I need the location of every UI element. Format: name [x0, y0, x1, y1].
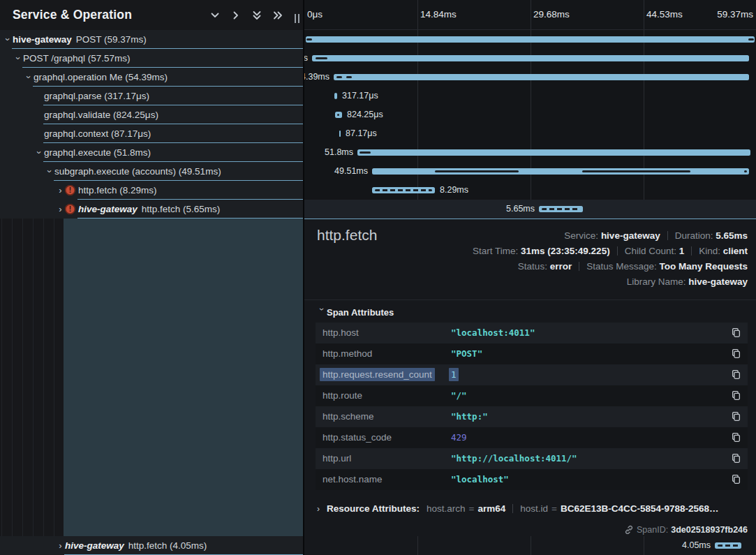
span-row-label: graphql.context (87.17μs) [44, 124, 151, 143]
chevrons-down-icon[interactable] [251, 10, 262, 21]
meta-label: Service: [564, 230, 601, 241]
span-duration-bar[interactable] [334, 74, 749, 80]
span-tree-row[interactable]: ›hive-gatewayhttp.fetch (4.05ms) [0, 536, 303, 555]
meta-value: hive-gateway [688, 276, 748, 287]
meta-value: 1 [679, 246, 685, 256]
attribute-row: net.host.name"localhost" [316, 469, 748, 490]
duration-label: 4.05ms [682, 536, 711, 555]
attribute-row: http.method"POST" [316, 343, 748, 364]
span-tree-row[interactable]: ›!http.fetch (8.29ms) [0, 181, 303, 200]
link-icon[interactable] [624, 525, 634, 535]
panel-resize-handle[interactable] [295, 14, 299, 23]
span-duration-bar[interactable] [372, 187, 435, 193]
resource-attributes-title: Resource Attributes: [327, 503, 420, 514]
span-duration-bar[interactable] [357, 149, 750, 156]
span-tree-row[interactable]: graphql.validate (824.25μs) [0, 105, 303, 124]
attribute-value: "http:" [451, 406, 488, 427]
span-tree-row[interactable]: graphql.context (87.17μs) [0, 124, 303, 143]
self-time-mark [360, 151, 371, 154]
copy-icon[interactable] [731, 327, 742, 339]
copy-icon[interactable] [731, 474, 742, 485]
tree-header: Service & Operation [0, 0, 303, 30]
span-tree-row[interactable]: ›!hive-gatewayhttp.fetch (5.65ms) [0, 200, 303, 219]
span-meta: Service: hive-gatewayDuration: 5.65msSta… [473, 228, 748, 290]
span-row-label: POST /graphql (57.57ms) [23, 49, 131, 68]
selected-span-expanded-area [64, 219, 303, 536]
copy-icon[interactable] [731, 390, 742, 401]
attribute-key: http.status_code [323, 427, 392, 448]
copy-icon[interactable] [731, 369, 742, 380]
span-attributes-title: Span Attributes [327, 307, 394, 318]
span-duration-bar[interactable] [715, 542, 741, 549]
timeline-header: 0μs14.84ms29.68ms44.53ms59.37ms [304, 0, 756, 30]
copy-icon[interactable] [731, 453, 742, 464]
self-time-mark [336, 76, 342, 78]
span-tree-row[interactable]: graphql.parse (317.17μs) [0, 87, 303, 105]
self-time-dashes [718, 545, 739, 547]
self-time-mark [346, 76, 352, 78]
duration-label: 51.8ms [325, 143, 353, 162]
span-attributes-toggle[interactable]: ›Span Attributes [317, 307, 394, 318]
span-row-label: graphql.validate (824.25μs) [44, 105, 158, 124]
timeline-gridline [644, 0, 644, 29]
error-icon: ! [65, 204, 75, 214]
span-duration-bar[interactable] [339, 131, 341, 137]
timeline-span-row: 57.57ms [304, 49, 756, 68]
span-tree-row[interactable]: ›graphql.execute (51.8ms) [0, 143, 303, 162]
span-meta-line: Service: hive-gatewayDuration: 5.65ms [473, 228, 748, 244]
duration-label: 87.17μs [346, 124, 377, 143]
span-id-label: SpanID: [637, 525, 668, 535]
attribute-row: http.route"/" [316, 385, 748, 406]
resource-separator [512, 504, 513, 513]
span-duration-bar[interactable] [372, 168, 749, 175]
meta-separator [617, 246, 618, 256]
service-name: hive-gateway [13, 34, 72, 45]
span-tree-row[interactable]: ›POST /graphql (57.57ms) [0, 49, 303, 68]
service-name: hive-gateway [78, 204, 138, 214]
timeline-tick-label: 29.68ms [533, 0, 570, 29]
meta-separator [691, 246, 692, 256]
equals-sign: = [469, 503, 475, 514]
span-row-label: graphql.operation Me (54.39ms) [34, 68, 168, 87]
span-duration-bar[interactable] [539, 206, 583, 212]
meta-label: Status Message: [586, 261, 659, 272]
span-meta-line: Start Time: 31ms (23:35:49.225)Child Cou… [473, 244, 748, 259]
span-row-label: hive-gatewayhttp.fetch (5.65ms) [78, 200, 220, 219]
span-row-label: hive-gatewayhttp.fetch (4.05ms) [65, 536, 207, 555]
chevron-right-icon[interactable]: › [56, 200, 65, 219]
span-duration-bar[interactable] [312, 55, 749, 61]
span-duration-bar[interactable] [306, 36, 755, 43]
chevron-right-icon[interactable] [230, 10, 242, 21]
self-time-mark [316, 57, 327, 59]
meta-label: Kind: [699, 246, 723, 256]
attribute-key: http.host [323, 323, 359, 343]
copy-icon[interactable] [731, 411, 742, 422]
service-name: hive-gateway [65, 540, 124, 551]
copy-icon[interactable] [731, 348, 742, 360]
span-tree-row[interactable]: ›subgraph.execute (accounts) (49.51ms) [0, 162, 303, 181]
tree-toolbar [209, 10, 283, 21]
span-attributes-table: http.host"localhost:4011"http.method"POS… [316, 323, 748, 490]
span-tree-row[interactable]: ›hive-gatewayPOST (59.37ms) [0, 30, 303, 49]
span-row-label: hive-gatewayPOST (59.37ms) [13, 30, 147, 49]
timeline-gridline [417, 0, 418, 29]
chevron-right-icon[interactable]: › [56, 181, 65, 200]
meta-label: Start Time: [473, 246, 521, 256]
attribute-row: http.scheme"http:" [316, 406, 748, 427]
resource-key: host.id [520, 503, 548, 514]
divider [304, 299, 756, 300]
meta-separator [667, 231, 668, 240]
attribute-row: http.status_code429 [316, 427, 748, 448]
span-duration-bar[interactable] [334, 93, 337, 99]
chevron-right-icon[interactable]: › [56, 536, 65, 555]
attribute-value: "POST" [451, 343, 482, 364]
attribute-value: 1 [449, 368, 459, 381]
chevron-down-icon[interactable] [209, 10, 221, 21]
attribute-key: http.request.resend_count [320, 368, 435, 381]
meta-value: Too Many Requests [659, 261, 748, 272]
chevrons-right-icon[interactable] [272, 10, 283, 21]
span-tree-row[interactable]: ›graphql.operation Me (54.39ms) [0, 68, 303, 87]
duration-label: 824.25μs [347, 105, 383, 124]
resource-attributes-toggle[interactable]: ›Resource Attributes:host.arch=arm64host… [317, 500, 719, 518]
copy-icon[interactable] [731, 432, 742, 443]
